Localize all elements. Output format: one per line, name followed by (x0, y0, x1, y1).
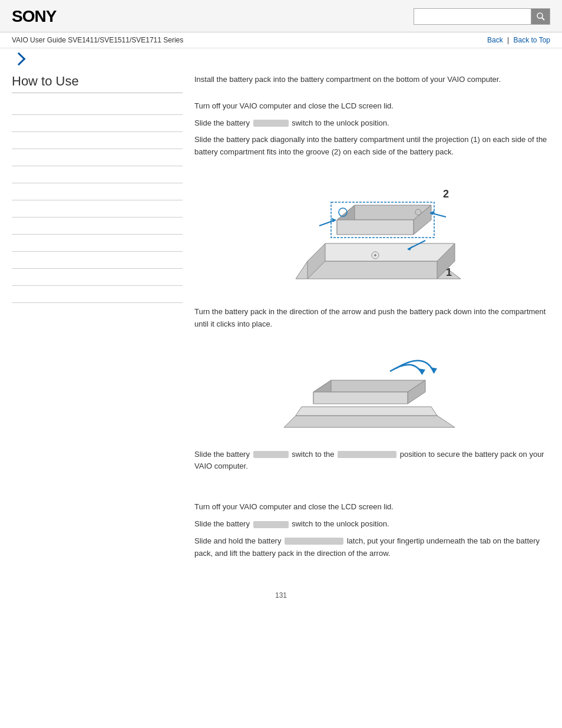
remove-section: Turn off your VAIO computer and close th… (194, 501, 550, 559)
battery-inline-3 (338, 451, 396, 458)
step2-c-prefix: Slide and hold the battery (194, 536, 281, 545)
step1-d-section: Turn the battery pack in the direction o… (194, 306, 550, 331)
search-button[interactable] (531, 8, 550, 25)
step1-b-suffix: switch to the unlock position. (292, 118, 389, 127)
step2-b: Slide the battery switch to the unlock p… (194, 518, 550, 531)
diagram-svg-1: 1 2 (272, 173, 472, 297)
diagram-2-container (194, 345, 550, 439)
battery-inline-1 (253, 120, 289, 127)
page-number: 131 (275, 591, 287, 599)
step2-a: Turn off your VAIO computer and close th… (194, 501, 550, 513)
list-item[interactable] (12, 200, 183, 218)
breadcrumb-row (0, 48, 562, 68)
battery-inline-4 (253, 521, 289, 528)
spacer-1 (194, 487, 550, 501)
list-item[interactable] (12, 235, 183, 252)
diagram-svg-2 (278, 345, 467, 439)
list-item[interactable] (12, 132, 183, 149)
list-item[interactable] (12, 98, 183, 115)
page-footer: 131 (0, 579, 562, 611)
list-item[interactable] (12, 218, 183, 235)
step1-b-prefix: Slide the battery (194, 118, 250, 127)
header: SONY (0, 0, 562, 32)
step1-e: Slide the battery switch to the position… (194, 449, 550, 473)
svg-marker-28 (313, 392, 408, 404)
svg-marker-29 (418, 368, 425, 374)
guide-title: VAIO User Guide SVE1411/SVE1511/SVE1711 … (12, 36, 183, 44)
nav-links: Back | Back to Top (487, 36, 550, 44)
step1-d: Turn the battery pack in the direction o… (194, 306, 550, 331)
svg-point-0 (537, 13, 543, 18)
step2-b-suffix: switch to the unlock position. (292, 519, 389, 528)
step1-a: Turn off your VAIO computer and close th… (194, 100, 550, 113)
nav-separator: | (507, 36, 511, 44)
search-input[interactable] (414, 8, 531, 25)
svg-text:2: 2 (443, 188, 449, 200)
step1-b: Slide the battery switch to the unlock p… (194, 117, 550, 130)
battery-diagram-1: 1 2 (272, 173, 472, 297)
battery-inline-5 (285, 538, 343, 545)
search-area (414, 8, 550, 25)
svg-marker-30 (430, 367, 437, 373)
sidebar: How to Use (12, 74, 183, 574)
battery-diagram-2 (278, 345, 467, 439)
step1-e-mid: switch to the (292, 450, 334, 459)
sidebar-menu (12, 98, 183, 303)
list-item[interactable] (12, 115, 183, 132)
svg-line-1 (542, 18, 544, 20)
list-item[interactable] (12, 166, 183, 183)
back-to-top-link[interactable]: Back to Top (514, 36, 550, 44)
step2-c: Slide and hold the battery latch, put yo… (194, 535, 550, 560)
svg-marker-3 (308, 243, 455, 261)
list-item[interactable] (12, 149, 183, 166)
svg-text:1: 1 (446, 266, 452, 278)
chevron-right-icon (12, 52, 26, 66)
svg-marker-23 (284, 416, 455, 427)
svg-marker-9 (337, 220, 414, 235)
back-link[interactable]: Back (487, 36, 503, 44)
svg-point-20 (374, 254, 376, 256)
step1-e-section: Slide the battery switch to the position… (194, 449, 550, 473)
sidebar-title: How to Use (12, 74, 183, 93)
list-item[interactable] (12, 286, 183, 303)
diagram-1-container: 1 2 (194, 173, 550, 297)
content-area: Install the battery pack into the batter… (194, 74, 550, 574)
step1-e-prefix: Slide the battery (194, 450, 250, 459)
list-item[interactable] (12, 252, 183, 269)
step1-c: Slide the battery pack diagonally into t… (194, 134, 550, 159)
nav-bar: VAIO User Guide SVE1411/SVE1511/SVE1711 … (0, 32, 562, 48)
main-layout: How to Use Install the battery pack into… (0, 68, 562, 579)
battery-inline-2 (253, 451, 289, 458)
sony-logo: SONY (12, 7, 56, 26)
list-item[interactable] (12, 269, 183, 286)
intro-section: Install the battery pack into the batter… (194, 74, 550, 86)
install-section: Turn off your VAIO computer and close th… (194, 100, 550, 159)
list-item[interactable] (12, 183, 183, 200)
svg-marker-24 (296, 407, 437, 416)
step2-b-prefix: Slide the battery (194, 519, 250, 528)
install-intro: Install the battery pack into the batter… (194, 74, 550, 86)
search-icon (536, 12, 546, 21)
